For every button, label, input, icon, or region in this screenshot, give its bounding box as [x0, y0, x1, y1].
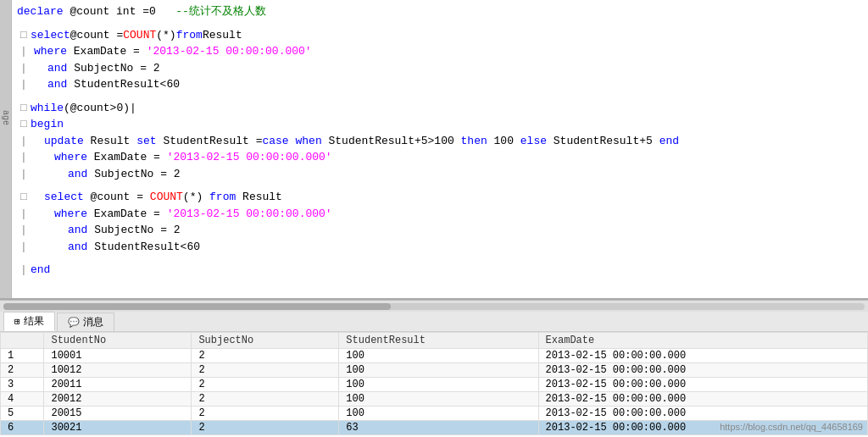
cell-rownum: 5: [1, 407, 44, 421]
code-line: | and SubjectNo = 2: [17, 222, 863, 239]
kw: select: [31, 27, 70, 44]
cell-studentno: 10012: [44, 363, 192, 378]
cell-result: 63: [339, 421, 538, 435]
fold-icon: |: [17, 222, 31, 239]
code-line: | and StudentResult<60: [17, 76, 863, 93]
cell-subjectno: 2: [192, 363, 339, 378]
code-line: | and SubjectNo = 2: [17, 166, 863, 183]
table-row[interactable]: 2 10012 2 100 2013-02-15 00:00:00.000: [1, 363, 868, 378]
cell-examdate: 2013-02-15 00:00:00.000: [538, 407, 867, 421]
tab-messages-label: 消息: [83, 315, 103, 329]
horizontal-scrollbar[interactable]: [0, 300, 868, 312]
col-row-num: [1, 333, 44, 349]
code-line: □ select @count = COUNT(*) from Result: [17, 27, 863, 44]
fold-icon: □: [17, 100, 31, 117]
cell-studentno: 20012: [44, 392, 192, 407]
code-line: | where ExamDate = '2013-02-15 00:00:00.…: [17, 43, 863, 60]
fold-icon: □: [17, 27, 31, 44]
fold-icon: |: [17, 166, 31, 183]
cell-subjectno: 2: [192, 392, 339, 407]
watermark: https://blog.csdn.net/qq_44658169: [720, 422, 863, 432]
cell-examdate: 2013-02-15 00:00:00.000: [538, 349, 867, 363]
table-header-row: StudentNo SubjectNo StudentResult ExamDa…: [1, 333, 868, 349]
fold-icon: |: [17, 206, 31, 223]
code-editor[interactable]: declare @count int =0 --统计不及格人数 □ select…: [12, 0, 868, 298]
table-row[interactable]: 1 10001 2 100 2013-02-15 00:00:00.000: [1, 349, 868, 363]
results-tabs: ⊞ 结果 💬 消息: [0, 312, 868, 332]
kw: declare: [17, 3, 64, 20]
fn: COUNT: [123, 27, 156, 44]
col-subjectno: SubjectNo: [192, 333, 339, 349]
cell-rownum: 3: [1, 378, 44, 392]
code-line: | where ExamDate = '2013-02-15 00:00:00.…: [17, 149, 863, 166]
code-line: | where ExamDate = '2013-02-15 00:00:00.…: [17, 206, 863, 223]
spacer: [17, 255, 863, 262]
cell-result: 100: [339, 378, 538, 392]
cell-examdate: 2013-02-15 00:00:00.000: [538, 392, 867, 407]
code-line: □ while(@count>0)|: [17, 100, 863, 117]
table-icon: ⊞: [14, 316, 20, 327]
tab-results[interactable]: ⊞ 结果: [3, 312, 55, 331]
code-line: | and StudentResult<60: [17, 239, 863, 256]
cell-studentno: 30021: [44, 421, 192, 435]
table-row[interactable]: 4 20012 2 100 2013-02-15 00:00:00.000: [1, 392, 868, 407]
code-line: □ begin: [17, 116, 863, 133]
fold-icon: |: [17, 239, 31, 256]
spacer: [17, 20, 863, 27]
message-icon: 💬: [68, 317, 80, 328]
spacer: [17, 182, 863, 189]
results-area: ⊞ 结果 💬 消息 StudentNo SubjectNo StudentRes…: [0, 312, 868, 437]
cell-examdate: 2013-02-15 00:00:00.000: [538, 378, 867, 392]
fold-icon: |: [17, 76, 31, 93]
editor-area: age declare @count int =0 --统计不及格人数 □ se…: [0, 0, 868, 300]
fold-icon: |: [17, 149, 31, 166]
fold-icon: □: [17, 189, 31, 206]
cell-rownum: 1: [1, 349, 44, 363]
cell-rownum: 4: [1, 392, 44, 407]
page-label: age: [1, 110, 10, 125]
fold-icon: |: [17, 133, 31, 150]
cell-examdate: 2013-02-15 00:00:00.000: [538, 363, 867, 378]
cell-result: 100: [339, 363, 538, 378]
cell-rownum: 2: [1, 363, 44, 378]
cell-subjectno: 2: [192, 421, 339, 435]
col-studentno: StudentNo: [44, 333, 192, 349]
fold-icon: |: [17, 43, 31, 60]
cell-studentno: 10001: [44, 349, 192, 363]
cell-studentno: 20015: [44, 407, 192, 421]
data-table: StudentNo SubjectNo StudentResult ExamDa…: [0, 332, 868, 435]
fold-icon: |: [17, 60, 31, 77]
col-examdate: ExamDate: [538, 333, 867, 349]
cell-subjectno: 2: [192, 349, 339, 363]
page-margin: age: [0, 0, 12, 298]
cell-rownum: 6: [1, 421, 44, 435]
table-row[interactable]: 3 20011 2 100 2013-02-15 00:00:00.000: [1, 378, 868, 392]
table-row[interactable]: 5 20015 2 100 2013-02-15 00:00:00.000: [1, 407, 868, 421]
spacer: [17, 93, 863, 100]
cell-studentno: 20011: [44, 378, 192, 392]
cell-subjectno: 2: [192, 407, 339, 421]
fold-icon: |: [17, 262, 31, 279]
code-line: | end: [17, 262, 863, 279]
cell-result: 100: [339, 392, 538, 407]
cell-result: 100: [339, 407, 538, 421]
fold-icon: □: [17, 116, 31, 133]
tab-results-label: 结果: [24, 314, 44, 329]
code-line: | update Result set StudentResult =case …: [17, 133, 863, 150]
tab-messages[interactable]: 💬 消息: [57, 313, 114, 331]
code-line: | and SubjectNo = 2: [17, 60, 863, 77]
cell-subjectno: 2: [192, 378, 339, 392]
code-line: declare @count int =0 --统计不及格人数: [17, 3, 863, 20]
cell-result: 100: [339, 349, 538, 363]
code-line: □ select @count = COUNT(*) from Result: [17, 189, 863, 206]
scrollbar-thumb[interactable]: [3, 303, 391, 310]
col-result: StudentResult: [339, 333, 538, 349]
